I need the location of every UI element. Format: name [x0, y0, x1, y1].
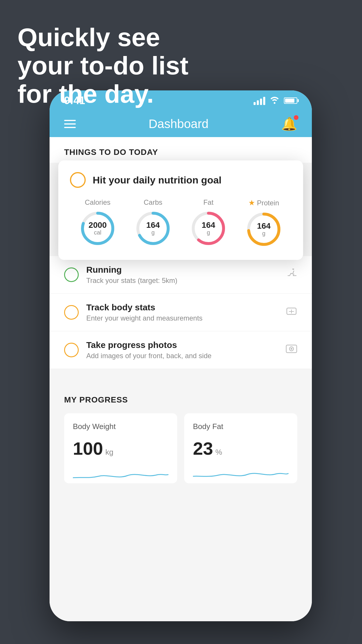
body-fat-chart: [193, 465, 289, 482]
phone-mockup: 9:41 Dashboard 🔔: [50, 90, 312, 621]
menu-button[interactable]: [64, 120, 76, 128]
progress-title: MY PROGRESS: [64, 395, 297, 405]
todo-bodystats-text: Track body stats Enter your weight and m…: [86, 302, 278, 322]
body-fat-card[interactable]: Body Fat 23 %: [184, 413, 297, 483]
card-title: Hit your daily nutrition goal: [93, 174, 222, 186]
body-weight-unit: kg: [105, 448, 113, 457]
body-fat-value: 23: [193, 438, 213, 459]
calories-ring: 2000 cal: [79, 209, 117, 247]
todo-bodystats-name: Track body stats: [86, 302, 278, 312]
body-fat-title: Body Fat: [193, 422, 289, 431]
nutrition-fat: Fat 164 g: [189, 198, 227, 247]
running-icon: [286, 269, 297, 281]
todo-running-circle: [64, 267, 79, 282]
nutrition-items: Calories 2000 cal Carbs: [70, 198, 291, 248]
hero-title: Quickly see your to-do list for the day.: [17, 23, 189, 108]
signal-icon: [254, 96, 265, 105]
nutrition-protein: ★ Protein 164 g: [245, 198, 283, 248]
todo-photos-name: Take progress photos: [86, 340, 278, 350]
notification-badge: [294, 115, 298, 120]
carbs-unit: g: [146, 229, 160, 236]
svg-point-11: [291, 348, 292, 350]
todo-bodystats-circle: [64, 305, 79, 320]
card-check-circle[interactable]: [70, 172, 86, 188]
protein-ring: 164 g: [245, 210, 283, 248]
todo-running-name: Running: [86, 265, 278, 275]
todo-photos-circle: [64, 343, 79, 357]
things-to-do-title: THINGS TO DO TODAY: [64, 148, 158, 157]
progress-section: MY PROGRESS Body Weight 100 kg Body Fat: [50, 381, 312, 495]
todo-running-desc: Track your stats (target: 5km): [86, 276, 278, 285]
fat-value: 164: [202, 221, 215, 229]
todo-photos-desc: Add images of your front, back, and side: [86, 352, 278, 360]
fat-label: Fat: [203, 198, 214, 206]
body-weight-value: 100: [73, 438, 103, 459]
star-icon: ★: [248, 198, 255, 207]
todo-running-text: Running Track your stats (target: 5km): [86, 265, 278, 285]
nav-title: Dashboard: [149, 117, 208, 131]
body-weight-chart: [73, 465, 168, 482]
wifi-icon: [269, 96, 280, 106]
calories-unit: cal: [89, 229, 107, 236]
app-content: THINGS TO DO TODAY Hit your daily nutrit…: [50, 137, 312, 621]
nutrition-calories: Calories 2000 cal: [79, 198, 117, 247]
fat-ring: 164 g: [189, 209, 227, 247]
todo-photos-text: Take progress photos Add images of your …: [86, 340, 278, 360]
nutrition-carbs: Carbs 164 g: [134, 198, 172, 247]
calories-label: Calories: [85, 198, 110, 206]
body-weight-card[interactable]: Body Weight 100 kg: [64, 413, 177, 483]
things-to-do-header: THINGS TO DO TODAY: [50, 137, 312, 163]
nutrition-card: Hit your daily nutrition goal Calories 2…: [58, 160, 303, 260]
protein-label: Protein: [257, 199, 279, 207]
body-weight-title: Body Weight: [73, 422, 168, 431]
carbs-label: Carbs: [144, 198, 162, 206]
carbs-ring: 164 g: [134, 209, 172, 247]
progress-cards: Body Weight 100 kg Body Fat 23 %: [64, 413, 297, 483]
todo-item-running[interactable]: Running Track your stats (target: 5km): [50, 256, 312, 294]
nav-bar: Dashboard 🔔: [50, 111, 312, 137]
todo-item-body-stats[interactable]: Track body stats Enter your weight and m…: [50, 294, 312, 331]
scale-icon: [286, 306, 297, 319]
status-icons: [254, 96, 297, 106]
todo-bodystats-desc: Enter your weight and measurements: [86, 314, 278, 322]
todo-list: Running Track your stats (target: 5km) T…: [50, 256, 312, 369]
protein-value: 164: [257, 222, 271, 230]
fat-unit: g: [202, 229, 215, 236]
battery-icon: [284, 97, 297, 104]
todo-item-photos[interactable]: Take progress photos Add images of your …: [50, 331, 312, 369]
photo-icon: [286, 344, 297, 356]
body-fat-unit: %: [215, 448, 222, 457]
calories-value: 2000: [89, 221, 107, 229]
protein-unit: g: [257, 230, 271, 237]
notifications-button[interactable]: 🔔: [281, 116, 297, 132]
carbs-value: 164: [146, 221, 160, 229]
